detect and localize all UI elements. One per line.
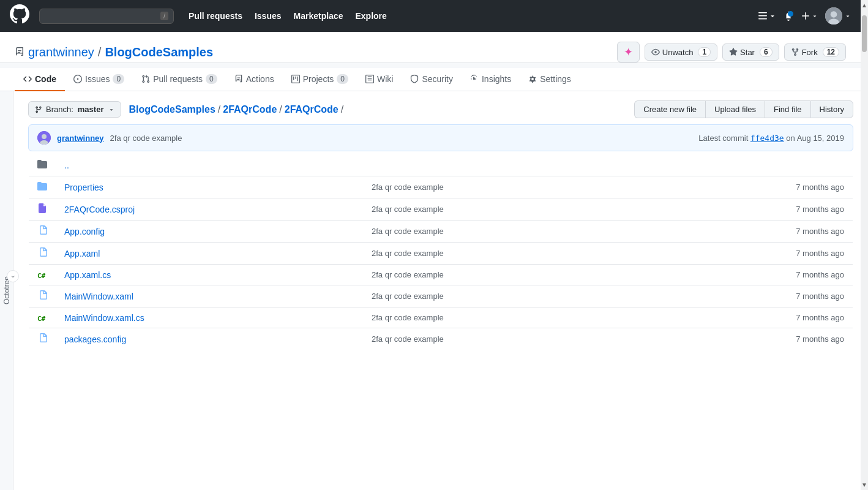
notifications-button[interactable] [784, 11, 793, 21]
file-link-csproj[interactable]: 2FAQrCode.csproj [64, 205, 135, 214]
file-breadcrumb: BlogCodeSamples / 2FAQrCode / 2FAQrCode … [129, 104, 343, 115]
tab-issues[interactable]: Issues 0 [65, 68, 133, 91]
commit-author-link[interactable]: grantwinney [57, 134, 104, 143]
breadcrumb-area: Branch: master BlogCodeSamples / 2FAQrCo… [28, 101, 343, 118]
table-row: 2FAQrCode.csproj 2fa qr code example 7 m… [29, 198, 853, 221]
repo-header: grantwinney / BlogCodeSamples ✦ Unwatch … [0, 32, 861, 63]
create-button[interactable] [801, 11, 818, 21]
file-table: .. Properties 2fa qr code example 7 mont… [28, 154, 853, 350]
svg-point-1 [831, 11, 837, 18]
tab-code[interactable]: Code [15, 68, 65, 91]
nav-menu-button[interactable] [758, 11, 776, 21]
tab-wiki[interactable]: Wiki [357, 68, 402, 91]
octotree-sidebar[interactable]: › Octotree [0, 91, 13, 490]
search-input[interactable]: is:open is:issue [45, 12, 157, 21]
breadcrumb-root[interactable]: BlogCodeSamples [129, 104, 215, 115]
top-navigation: is:open is:issue / Pull requests Issues … [0, 0, 861, 32]
commit-message: 2fa qr code example [110, 134, 182, 143]
github-logo[interactable] [10, 4, 29, 28]
commit-hash-link[interactable]: ffe4d3e [750, 134, 784, 143]
table-row: MainWindow.xaml 2fa qr code example 7 mo… [29, 285, 853, 307]
branch-name: master [78, 105, 104, 114]
scrollbar-thumb[interactable] [862, 15, 867, 52]
nav-marketplace[interactable]: Marketplace [294, 11, 343, 21]
search-box[interactable]: is:open is:issue / [39, 9, 174, 24]
repo-tabs: Code Issues 0 Pull requests 0 Actions Pr… [0, 68, 861, 91]
repo-title: grantwinney / BlogCodeSamples [15, 45, 213, 59]
file-link-mainwindow-xaml-cs[interactable]: MainWindow.xaml.cs [64, 313, 144, 323]
breadcrumb-current[interactable]: 2FAQrCode [285, 104, 339, 115]
tab-actions[interactable]: Actions [226, 68, 283, 91]
nav-pull-requests[interactable]: Pull requests [189, 11, 242, 21]
cs-icon-2: C# [37, 315, 45, 323]
table-row: App.config 2fa qr code example 7 months … [29, 221, 853, 243]
file-link-app-xaml[interactable]: App.xaml [64, 249, 100, 258]
repo-owner-link[interactable]: grantwinney [28, 45, 94, 59]
user-menu[interactable] [825, 7, 851, 24]
file-link-app-config[interactable]: App.config [64, 227, 105, 236]
scroll-down-arrow[interactable]: ▼ [859, 480, 868, 490]
star-button[interactable]: Star 6 [722, 43, 779, 61]
tab-insights[interactable]: Insights [462, 68, 520, 91]
notification-badge [788, 11, 793, 17]
create-new-file-button[interactable]: Create new file [634, 100, 705, 118]
nav-explore[interactable]: Explore [355, 11, 386, 21]
scrollbar[interactable]: ▲ ▼ [861, 0, 868, 490]
find-file-button[interactable]: Find file [765, 100, 810, 118]
table-row: C# MainWindow.xaml.cs 2fa qr code exampl… [29, 307, 853, 328]
file-toolbar: Branch: master BlogCodeSamples / 2FAQrCo… [28, 100, 853, 118]
table-row: packages.config 2fa qr code example 7 mo… [29, 328, 853, 350]
table-row: .. [29, 154, 853, 176]
svg-point-4 [42, 134, 47, 139]
unwatch-button[interactable]: Unwatch 1 [645, 43, 717, 61]
tab-security[interactable]: Security [402, 68, 462, 91]
branch-selector[interactable]: Branch: master [28, 101, 121, 118]
user-avatar[interactable] [825, 7, 842, 24]
table-row: Properties 2fa qr code example 7 months … [29, 176, 853, 198]
file-link-mainwindow-xaml[interactable]: MainWindow.xaml [64, 292, 133, 301]
nav-links: Pull requests Issues Marketplace Explore [189, 11, 387, 21]
commit-author-avatar [37, 131, 51, 145]
file-action-buttons: Create new file Upload files Find file H… [634, 100, 853, 118]
search-shortcut: / [160, 12, 168, 20]
nav-issues[interactable]: Issues [255, 11, 282, 21]
commit-info-bar: grantwinney 2fa qr code example Latest c… [28, 124, 853, 151]
table-row: App.xaml 2fa qr code example 7 months ag… [29, 243, 853, 265]
repo-actions: ✦ Unwatch 1 Star 6 Fork 12 [617, 42, 846, 62]
file-link-properties[interactable]: Properties [64, 183, 103, 192]
tab-projects[interactable]: Projects 0 [283, 68, 357, 91]
file-link-packages-config[interactable]: packages.config [64, 334, 126, 344]
commit-meta: Latest commit ffe4d3e on Aug 15, 2019 [698, 134, 844, 143]
history-button[interactable]: History [810, 100, 853, 118]
main-content: Branch: master BlogCodeSamples / 2FAQrCo… [13, 91, 868, 490]
pinned-icon: ✦ [624, 45, 633, 59]
repo-icon [15, 47, 24, 57]
breadcrumb-parent[interactable]: 2FAQrCode [223, 104, 277, 115]
fork-button[interactable]: Fork 12 [784, 43, 846, 61]
scroll-up-arrow[interactable]: ▲ [859, 0, 868, 10]
pinned-button[interactable]: ✦ [617, 42, 640, 62]
parent-dir-link[interactable]: .. [64, 160, 69, 170]
upload-files-button[interactable]: Upload files [705, 100, 765, 118]
nav-right-actions [758, 7, 851, 24]
tab-pull-requests[interactable]: Pull requests 0 [133, 68, 226, 91]
tab-settings[interactable]: Settings [520, 68, 580, 91]
table-row: C# App.xaml.cs 2fa qr code example 7 mon… [29, 265, 853, 285]
cs-icon: C# [37, 272, 45, 280]
repo-name-link[interactable]: BlogCodeSamples [105, 45, 213, 59]
file-link-app-xaml-cs[interactable]: App.xaml.cs [64, 270, 111, 280]
